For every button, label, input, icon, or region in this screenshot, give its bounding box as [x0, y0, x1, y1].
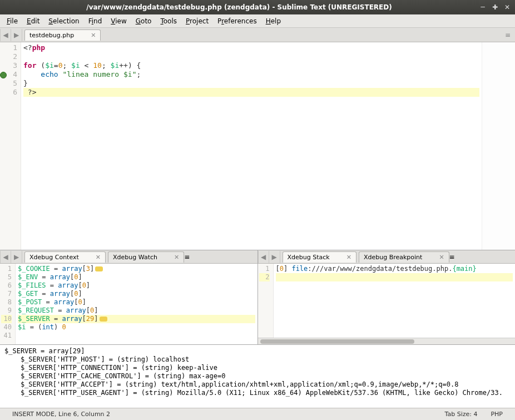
panel-gutter: 12	[258, 264, 274, 338]
panel-left-tabbar: ◀ ▶ Xdebug Context ✕ Xdebug Watch ✕ ≡	[0, 250, 258, 264]
editor-main[interactable]: 123456 <?php for ($i=0; $i < 10; $i++) {…	[0, 42, 515, 250]
panel-right: ◀ ▶ Xdebug Stack ✕ Xdebug Breakpoint ✕ ≡…	[258, 250, 516, 344]
panel-tab-close-icon[interactable]: ✕	[174, 254, 179, 261]
panel-left-nav-prev-icon[interactable]: ◀	[0, 251, 11, 263]
tab-nav-next-icon[interactable]: ▶	[11, 29, 22, 41]
minimap[interactable]	[482, 42, 515, 250]
menu-view[interactable]: View	[106, 16, 131, 27]
menu-goto[interactable]: Goto	[131, 16, 156, 27]
menu-help[interactable]: Help	[261, 16, 285, 27]
window-titlebar: /var/www/zendgdata/testdebug.php (zendgd…	[0, 0, 515, 14]
menubar: File Edit Selection Find View Goto Tools…	[0, 14, 515, 28]
panel-tab-context[interactable]: Xdebug Context ✕	[24, 251, 106, 263]
menu-file[interactable]: File	[2, 16, 22, 27]
panel-tab-close-icon[interactable]: ✕	[346, 254, 351, 261]
menu-project[interactable]: Project	[181, 16, 213, 27]
panel-code[interactable]: $_COOKIE = array[3]$_ENV = array[0]$_FIL…	[16, 264, 258, 344]
panel-tab-label: Xdebug Breakpoint	[364, 254, 422, 261]
editor-code[interactable]: <?php for ($i=0; $i < 10; $i++) { echo "…	[21, 42, 482, 250]
panel-stack-body[interactable]: 12 [0] file:///var/www/zendgdata/testdeb…	[258, 264, 516, 338]
panel-left-nav-next-icon[interactable]: ▶	[11, 251, 22, 263]
panel-right-tabbar: ◀ ▶ Xdebug Stack ✕ Xdebug Breakpoint ✕ ≡	[258, 250, 516, 264]
panel-tab-label: Xdebug Context	[29, 254, 79, 261]
status-tabsize[interactable]: Tab Size: 4	[438, 411, 484, 418]
panel-tab-stack[interactable]: Xdebug Stack ✕	[283, 251, 356, 263]
editor-gutter[interactable]: 123456	[0, 42, 21, 250]
panel-right-nav-next-icon[interactable]: ▶	[269, 251, 280, 263]
panel-code[interactable]: [0] file:///var/www/zendgdata/testdebug.…	[274, 264, 516, 338]
file-tab-label: testdebug.php	[29, 32, 74, 39]
tabbar-overflow-icon[interactable]: ≡	[504, 31, 515, 39]
status-left: INSERT MODE, Line 6, Column 2	[6, 411, 117, 418]
panel-left-overflow-icon[interactable]: ≡	[184, 253, 190, 261]
close-button[interactable]: ✕	[503, 3, 512, 12]
statusbar: INSERT MODE, Line 6, Column 2 Tab Size: …	[0, 408, 515, 420]
maximize-button[interactable]: ✚	[491, 3, 499, 12]
file-tab[interactable]: testdebug.php ✕	[24, 29, 101, 41]
status-lang[interactable]: PHP	[484, 411, 509, 418]
debug-panels: ◀ ▶ Xdebug Context ✕ Xdebug Watch ✕ ≡ 15…	[0, 250, 515, 344]
file-tabbar: ◀ ▶ testdebug.php ✕ ≡	[0, 28, 515, 42]
panel-tab-breakpoint[interactable]: Xdebug Breakpoint ✕	[359, 251, 449, 263]
menu-selection[interactable]: Selection	[44, 16, 83, 27]
panel-tab-watch[interactable]: Xdebug Watch ✕	[108, 251, 184, 263]
panel-context-body[interactable]: 156789104041 $_COOKIE = array[3]$_ENV = …	[0, 264, 258, 344]
panel-tab-close-icon[interactable]: ✕	[96, 254, 101, 261]
minimize-button[interactable]: ─	[478, 3, 487, 12]
panel-gutter: 156789104041	[0, 264, 16, 344]
menu-tools[interactable]: Tools	[156, 16, 181, 27]
panel-tab-close-icon[interactable]: ✕	[439, 254, 444, 261]
panel-right-nav-prev-icon[interactable]: ◀	[258, 251, 269, 263]
menu-preferences[interactable]: Preferences	[213, 16, 261, 27]
tab-nav-prev-icon[interactable]: ◀	[0, 29, 11, 41]
file-tab-close-icon[interactable]: ✕	[91, 32, 96, 39]
panel-right-hscroll[interactable]	[258, 338, 516, 344]
menu-edit[interactable]: Edit	[22, 16, 44, 27]
output-panel[interactable]: $_SERVER = array[29] $_SERVER['HTTP_HOST…	[0, 344, 515, 408]
panel-tab-label: Xdebug Watch	[113, 254, 157, 261]
window-title: /var/www/zendgdata/testdebug.php (zendgd…	[3, 3, 475, 11]
panel-right-overflow-icon[interactable]: ≡	[449, 253, 455, 261]
panel-left: ◀ ▶ Xdebug Context ✕ Xdebug Watch ✕ ≡ 15…	[0, 250, 258, 344]
menu-find[interactable]: Find	[84, 16, 107, 27]
panel-tab-label: Xdebug Stack	[288, 254, 330, 261]
